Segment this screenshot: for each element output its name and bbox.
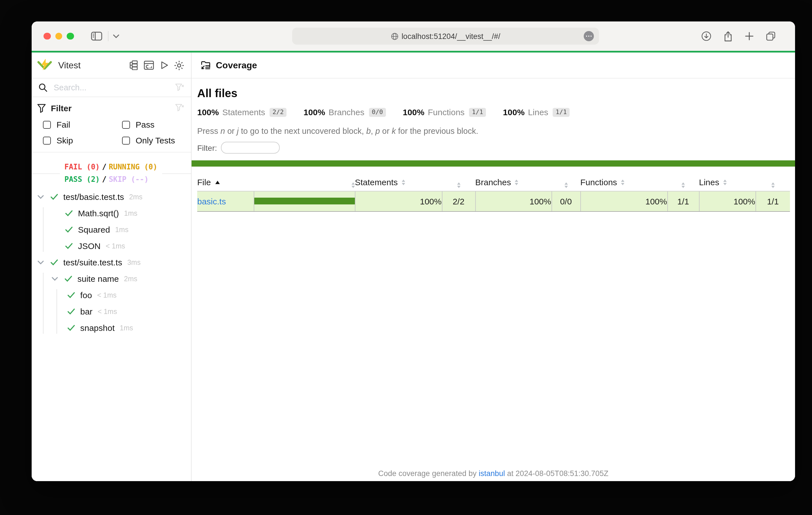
- sorter-icon[interactable]: [564, 182, 568, 188]
- column-header-file[interactable]: File: [197, 174, 254, 191]
- checkbox[interactable]: [122, 121, 130, 128]
- checkbox-label: Pass: [136, 120, 154, 129]
- browser-window: localhost:51204/__vitest__/#/: [32, 22, 795, 481]
- minimize-window-button[interactable]: [55, 33, 62, 40]
- chevron-down-icon[interactable]: [37, 260, 45, 265]
- metric-fraction-badge: 1/1: [469, 108, 486, 117]
- tree-item-file[interactable]: test/suite.test.ts 3ms: [32, 254, 191, 271]
- column-header-functions-raw[interactable]: [667, 174, 699, 191]
- test-duration: 1ms: [120, 324, 133, 332]
- app-title: Vitest: [58, 60, 81, 70]
- test-summary: FAIL (0)/RUNNING (0) PASS (2)/SKIP (--): [32, 161, 191, 186]
- test-name: foo: [80, 290, 92, 300]
- filter-checkbox-only-tests[interactable]: Only Tests: [116, 135, 184, 145]
- column-header-lines-raw[interactable]: [755, 174, 790, 191]
- close-window-button[interactable]: [44, 33, 51, 40]
- check-icon: [67, 292, 76, 298]
- search-input[interactable]: [53, 83, 175, 93]
- checkbox[interactable]: [43, 121, 51, 128]
- filter-checkbox-pass[interactable]: Pass: [116, 120, 184, 129]
- collapse-tree-icon[interactable]: [128, 60, 139, 70]
- sorter-icon[interactable]: [457, 182, 460, 188]
- chevron-down-icon[interactable]: [113, 34, 119, 38]
- filter-checkbox-skip[interactable]: Skip: [37, 135, 116, 145]
- all-files-heading: All files: [197, 87, 795, 100]
- sorter-icon[interactable]: [771, 182, 775, 188]
- istanbul-link[interactable]: istanbul: [478, 469, 505, 478]
- lines-raw-cell: 1/1: [755, 191, 790, 211]
- metric-label: Lines: [528, 107, 548, 117]
- dashboard-icon[interactable]: [144, 60, 154, 70]
- metric-fraction-badge: 0/0: [369, 108, 386, 117]
- theme-toggle-sun-icon[interactable]: [174, 60, 184, 70]
- tree-guide-line: [43, 273, 44, 334]
- search-bar: [32, 79, 191, 97]
- coverage-table: File Statements: [197, 174, 790, 211]
- page-settings-icon[interactable]: [584, 31, 594, 41]
- check-icon: [67, 308, 76, 314]
- statements-raw-cell: 2/2: [442, 191, 475, 211]
- column-header-statements[interactable]: Statements: [355, 174, 442, 191]
- column-header-branches[interactable]: Branches: [475, 174, 551, 191]
- tree-item-test[interactable]: foo < 1ms: [32, 287, 191, 303]
- tree-item-test[interactable]: Squared 1ms: [32, 221, 191, 238]
- checkbox-label: Fail: [57, 120, 70, 129]
- branches-pct-cell: 100%: [475, 191, 551, 211]
- metric-fraction-badge: 2/2: [270, 108, 287, 117]
- run-all-icon[interactable]: [160, 60, 169, 70]
- clear-status-filter-icon[interactable]: [175, 104, 184, 112]
- sorter-icon[interactable]: [515, 179, 518, 185]
- sorter-icon[interactable]: [351, 182, 355, 188]
- skip-count: SKIP (--): [109, 175, 149, 183]
- lines-pct-cell: 100%: [699, 191, 755, 211]
- check-icon: [67, 325, 76, 331]
- tab-overview-icon[interactable]: [766, 31, 776, 41]
- sorter-icon[interactable]: [682, 182, 685, 188]
- pass-count: PASS (2): [64, 175, 100, 183]
- toolbar-divider: [108, 31, 108, 41]
- running-count: RUNNING (0): [109, 163, 157, 171]
- checkbox[interactable]: [43, 137, 51, 144]
- tree-item-test[interactable]: JSON < 1ms: [32, 238, 191, 254]
- test-name: Squared: [78, 225, 110, 234]
- statements-pct-cell: 100%: [355, 191, 442, 211]
- coverage-footer: Code coverage generated by istanbul at 2…: [192, 469, 795, 478]
- coverage-header: Coverage: [192, 53, 795, 79]
- share-icon[interactable]: [723, 31, 733, 41]
- sidebar-toggle-icon[interactable]: [91, 32, 102, 41]
- filter-checkbox-fail[interactable]: Fail: [37, 120, 116, 129]
- metric-pct: 100%: [503, 107, 525, 117]
- sorter-icon[interactable]: [723, 179, 727, 185]
- test-file-name: test/suite.test.ts: [63, 258, 122, 267]
- coverage-chart-cell: [254, 191, 355, 211]
- column-header-statements-raw[interactable]: [442, 174, 475, 191]
- chevron-down-icon[interactable]: [37, 194, 45, 199]
- new-tab-icon[interactable]: [745, 32, 754, 41]
- column-header-lines[interactable]: Lines: [699, 174, 755, 191]
- chevron-down-icon[interactable]: [51, 276, 59, 281]
- sort-asc-icon: [215, 181, 220, 184]
- metric-label: Branches: [328, 107, 365, 117]
- tree-item-test[interactable]: bar < 1ms: [32, 303, 191, 320]
- sorter-icon[interactable]: [621, 179, 625, 185]
- tree-item-file[interactable]: test/basic.test.ts 2ms: [32, 189, 191, 205]
- column-header-functions[interactable]: Functions: [580, 174, 667, 191]
- check-icon: [50, 194, 59, 200]
- column-header-chart[interactable]: [254, 174, 355, 191]
- tree-item-test[interactable]: Math.sqrt() 1ms: [32, 205, 191, 221]
- tree-item-test[interactable]: snapshot 1ms: [32, 320, 191, 336]
- test-duration: 3ms: [127, 259, 140, 266]
- file-link[interactable]: basic.ts: [197, 196, 226, 206]
- column-header-branches-raw[interactable]: [551, 174, 580, 191]
- coverage-filter-input[interactable]: [221, 142, 280, 154]
- zoom-window-button[interactable]: [67, 33, 74, 40]
- address-bar[interactable]: localhost:51204/__vitest__/#/: [292, 28, 599, 44]
- tree-item-suite[interactable]: suite name 2ms: [32, 271, 191, 287]
- coverage-status-bar: [192, 160, 795, 166]
- check-icon: [65, 210, 74, 216]
- clear-search-filter-icon[interactable]: [175, 83, 184, 92]
- checkbox[interactable]: [122, 137, 130, 144]
- sorter-icon[interactable]: [402, 179, 405, 185]
- test-duration: 1ms: [124, 209, 137, 217]
- downloads-icon[interactable]: [701, 31, 712, 41]
